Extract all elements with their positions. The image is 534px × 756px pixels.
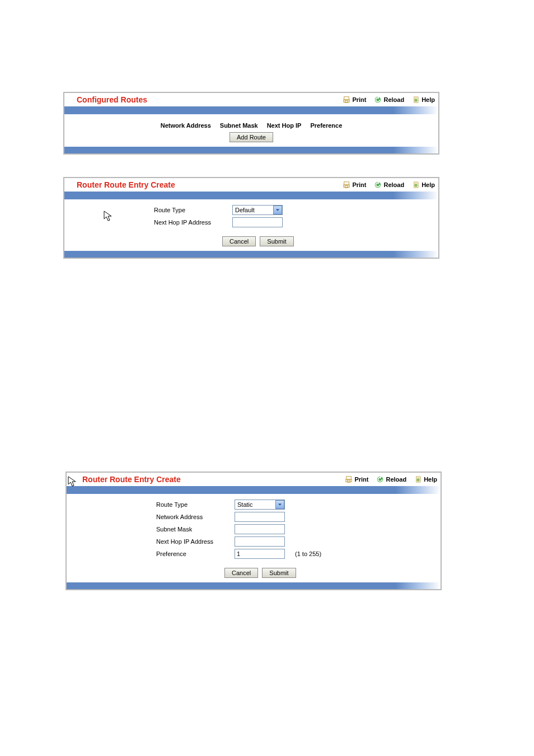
col-preference: Preference [310,122,342,129]
col-next-hop-ip: Next Hop IP [267,122,302,129]
panel-header: Router Route Entry Create Print Reload H… [67,473,441,486]
panel-header: Configured Routes Print Reload Help [64,93,438,106]
reload-button[interactable]: Reload [374,181,404,189]
divider-bar [64,106,438,114]
svg-rect-7 [345,186,348,188]
next-hop-input[interactable] [235,536,285,547]
col-network-address: Network Address [161,122,211,129]
route-entry-create-static-panel: Router Route Entry Create Print Reload H… [65,472,442,590]
panel-title: Router Route Entry Create [77,180,343,189]
svg-point-4 [415,99,418,101]
svg-rect-5 [344,182,349,185]
reload-button[interactable]: Reload [374,96,404,104]
help-label: Help [421,96,435,103]
print-label: Print [354,476,368,483]
subnet-mask-label: Subnet Mask [156,526,235,533]
reload-button[interactable]: Reload [376,475,406,483]
cancel-button[interactable]: Cancel [224,568,258,578]
help-icon [412,96,420,104]
panel-body: Route Type Static Network Address [67,494,441,582]
reload-icon [374,181,382,189]
next-hop-label: Next Hop IP Address [156,538,235,545]
print-icon [343,181,350,189]
configured-routes-panel: Configured Routes Print Reload Help [63,92,439,155]
subnet-mask-row: Subnet Mask [156,524,441,534]
panel-body: Route Type Default Next Hop IP Address [64,199,438,251]
svg-point-14 [417,478,420,481]
reload-icon [374,96,382,104]
preference-label: Preference [156,550,235,557]
panel-title: Router Route Entry Create [82,475,345,484]
add-route-row: Add Route [64,129,438,142]
print-label: Print [352,181,366,188]
toolbar: Print Reload Help [345,475,437,483]
divider-bar-bottom [64,147,438,153]
chevron-down-icon [273,206,282,214]
divider-bar-bottom [67,582,441,589]
svg-rect-0 [344,97,349,100]
help-button[interactable]: Help [412,181,435,189]
reload-icon [376,475,384,483]
submit-button[interactable]: Submit [262,568,296,578]
cancel-button[interactable]: Cancel [222,236,256,246]
toolbar: Print Reload Help [343,181,435,189]
help-label: Help [421,181,435,188]
network-address-label: Network Address [156,514,235,520]
svg-rect-10 [346,477,352,479]
network-address-input[interactable] [235,512,285,522]
submit-button[interactable]: Submit [260,236,293,246]
reload-label: Reload [383,96,404,103]
help-icon [412,181,420,189]
help-icon [414,475,422,483]
panel-body: Network Address Subnet Mask Next Hop IP … [64,114,438,147]
next-hop-label: Next Hop IP Address [154,219,232,226]
cursor-icon [104,211,113,223]
help-button[interactable]: Help [412,96,435,104]
route-type-value: Default [233,207,273,213]
reload-label: Reload [386,476,406,483]
route-type-row: Route Type Default [154,205,438,215]
next-hop-row: Next Hop IP Address [156,536,441,547]
help-label: Help [424,476,437,483]
add-route-button[interactable]: Add Route [229,132,273,142]
col-subnet-mask: Subnet Mask [220,122,258,129]
print-icon [345,475,353,483]
print-button[interactable]: Print [345,475,368,483]
reload-label: Reload [383,181,404,188]
route-type-row: Route Type Static [156,500,441,510]
button-row: Cancel Submit [154,230,438,246]
route-type-select[interactable]: Default [232,205,283,215]
print-label: Print [352,96,366,103]
route-type-label: Route Type [154,207,232,213]
route-entry-create-default-panel: Router Route Entry Create Print Reload H… [63,177,439,259]
print-button[interactable]: Print [343,96,366,104]
print-icon [343,96,350,104]
print-button[interactable]: Print [343,181,366,189]
svg-rect-2 [345,101,348,103]
table-headers: Network Address Subnet Mask Next Hop IP … [64,120,438,129]
route-type-select[interactable]: Static [235,500,285,510]
divider-bar-bottom [64,251,438,258]
next-hop-row: Next Hop IP Address [154,217,438,227]
panel-header: Router Route Entry Create Print Reload H… [64,178,438,192]
divider-bar [67,486,441,494]
help-button[interactable]: Help [414,475,437,483]
preference-hint: (1 to 255) [295,550,321,557]
chevron-down-icon [275,500,284,509]
route-type-value: Static [235,501,275,508]
divider-bar [64,192,438,199]
panel-title: Configured Routes [77,95,343,104]
svg-point-9 [415,184,418,186]
button-row: Cancel Submit [156,561,441,578]
route-type-label: Route Type [156,501,235,508]
subnet-mask-input[interactable] [235,524,285,534]
preference-input[interactable] [235,549,285,559]
next-hop-input[interactable] [232,217,283,227]
network-address-row: Network Address [156,512,441,522]
toolbar: Print Reload Help [343,96,435,104]
cursor-icon [68,476,77,488]
preference-row: Preference (1 to 255) [156,549,441,559]
